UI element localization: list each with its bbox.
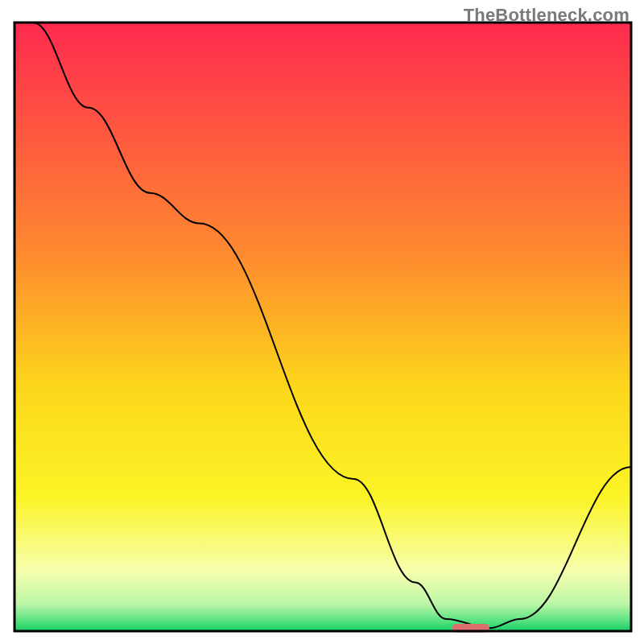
bottleneck-chart <box>0 0 644 644</box>
plot-background <box>14 23 631 631</box>
chart-container: TheBottleneck.com <box>0 0 644 644</box>
